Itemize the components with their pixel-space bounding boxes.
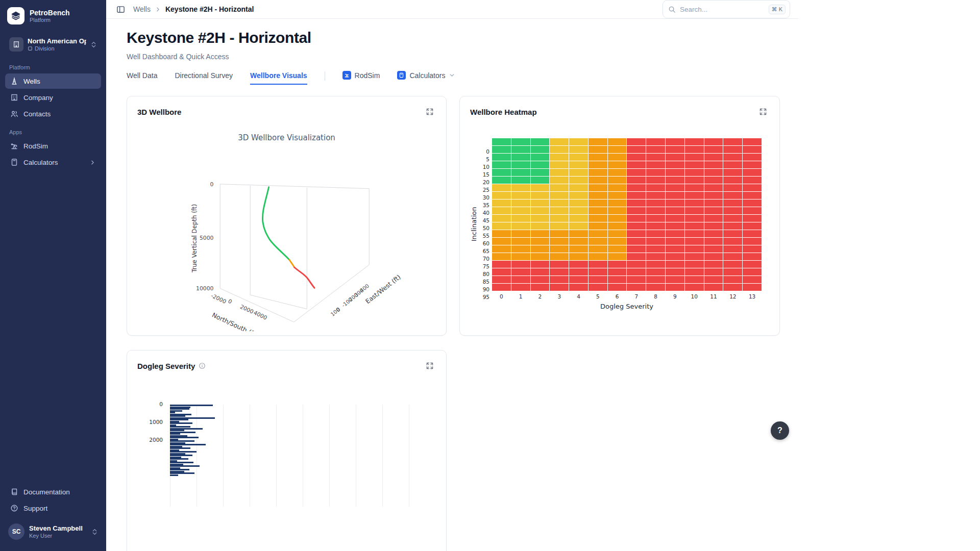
heatmap-cell[interactable] (608, 146, 627, 153)
dogleg-bar[interactable] (170, 433, 180, 435)
heatmap-cell[interactable] (608, 184, 627, 191)
heatmap-cell[interactable] (627, 138, 646, 145)
heatmap-cell[interactable] (646, 184, 665, 191)
dogleg-bar[interactable] (170, 428, 203, 430)
heatmap-cell[interactable] (608, 169, 627, 176)
heatmap-cell[interactable] (589, 138, 607, 145)
heatmap-cell[interactable] (511, 138, 530, 145)
heatmap-cell[interactable] (569, 268, 588, 276)
heatmap-cell[interactable] (511, 154, 530, 161)
dogleg-bar[interactable] (170, 415, 185, 417)
heatmap-cell[interactable] (608, 238, 627, 245)
heatmap-cell[interactable] (492, 207, 511, 214)
dogleg-bar[interactable] (170, 460, 177, 462)
heatmap-cell[interactable] (646, 276, 665, 283)
heatmap-grid[interactable] (492, 138, 762, 291)
tab-rodsim[interactable]: RodSim (342, 71, 380, 85)
heatmap-cell[interactable] (743, 184, 762, 191)
heatmap-cell[interactable] (627, 284, 646, 291)
heatmap-cell[interactable] (646, 169, 665, 176)
heatmap-cell[interactable] (723, 284, 742, 291)
dogleg-bar[interactable] (170, 442, 185, 444)
heatmap-cell[interactable] (550, 207, 569, 214)
heatmap-cell[interactable] (743, 207, 762, 214)
heatmap-cell[interactable] (608, 199, 627, 207)
heatmap-cell[interactable] (646, 261, 665, 268)
heatmap-cell[interactable] (608, 154, 627, 161)
dogleg-bar[interactable] (170, 467, 180, 469)
heatmap-cell[interactable] (743, 215, 762, 222)
heatmap-cell[interactable] (492, 230, 511, 237)
dogleg-bar[interactable] (170, 471, 184, 472)
heatmap-cell[interactable] (511, 192, 530, 199)
dogleg-bar[interactable] (170, 462, 193, 463)
heatmap-cell[interactable] (550, 215, 569, 222)
heatmap-cell[interactable] (685, 261, 704, 268)
heatmap-cell[interactable] (531, 245, 550, 253)
heatmap-cell[interactable] (666, 253, 684, 260)
org-switcher[interactable]: North American Opera Division (5, 34, 101, 55)
heatmap-cell[interactable] (723, 276, 742, 283)
heatmap-cell[interactable] (492, 268, 511, 276)
sidebar-item-support[interactable]: Support (5, 500, 101, 516)
dogleg-bar[interactable] (170, 407, 190, 408)
heatmap-cell[interactable] (531, 207, 550, 214)
heatmap-cell[interactable] (569, 169, 588, 176)
heatmap-cell[interactable] (743, 177, 762, 184)
heatmap-cell[interactable] (704, 154, 723, 161)
dogleg-bar[interactable] (170, 421, 179, 422)
heatmap-cell[interactable] (723, 146, 742, 153)
heatmap-cell[interactable] (569, 245, 588, 253)
heatmap-cell[interactable] (743, 261, 762, 268)
heatmap-cell[interactable] (666, 161, 684, 168)
heatmap-cell[interactable] (511, 215, 530, 222)
heatmap-cell[interactable] (743, 245, 762, 253)
heatmap-cell[interactable] (646, 146, 665, 153)
heatmap-cell[interactable] (608, 215, 627, 222)
heatmap-cell[interactable] (743, 154, 762, 161)
heatmap-cell[interactable] (723, 161, 742, 168)
heatmap-cell[interactable] (550, 146, 569, 153)
heatmap-cell[interactable] (550, 177, 569, 184)
heatmap-cell[interactable] (531, 192, 550, 199)
heatmap-cell[interactable] (531, 276, 550, 283)
heatmap-cell[interactable] (723, 253, 742, 260)
heatmap-cell[interactable] (531, 138, 550, 145)
heatmap-cell[interactable] (550, 169, 569, 176)
heatmap-cell[interactable] (569, 215, 588, 222)
heatmap-cell[interactable] (627, 169, 646, 176)
heatmap-cell[interactable] (685, 177, 704, 184)
heatmap-cell[interactable] (589, 146, 607, 153)
heatmap-cell[interactable] (531, 199, 550, 207)
dogleg-bar[interactable] (170, 455, 192, 456)
heatmap-cell[interactable] (704, 276, 723, 283)
heatmap-cell[interactable] (627, 207, 646, 214)
heatmap-cell[interactable] (685, 215, 704, 222)
heatmap-cell[interactable] (685, 138, 704, 145)
heatmap-cell[interactable] (743, 199, 762, 207)
dogleg-bar[interactable] (170, 474, 178, 476)
heatmap-cell[interactable] (511, 207, 530, 214)
search-box[interactable]: ⌘ K (663, 0, 790, 18)
dogleg-bar[interactable] (170, 435, 187, 437)
heatmap-cell[interactable] (743, 192, 762, 199)
dogleg-bar[interactable] (170, 417, 215, 419)
heatmap-cell[interactable] (492, 184, 511, 191)
heatmap-cell[interactable] (627, 245, 646, 253)
dogleg-bar[interactable] (170, 457, 181, 458)
heatmap-cell[interactable] (608, 276, 627, 283)
heatmap-cell[interactable] (589, 207, 607, 214)
heatmap-cell[interactable] (589, 268, 607, 276)
heatmap-cell[interactable] (569, 138, 588, 145)
heatmap-cell[interactable] (627, 154, 646, 161)
sidebar-item-wells[interactable]: Wells (5, 73, 101, 89)
heatmap-cell[interactable] (627, 222, 646, 230)
heatmap-cell[interactable] (569, 199, 588, 207)
dogleg-bar[interactable] (170, 422, 192, 424)
heatmap-cell[interactable] (646, 177, 665, 184)
dogleg-bar[interactable] (170, 449, 179, 451)
heatmap-cell[interactable] (608, 192, 627, 199)
heatmap-cell[interactable] (685, 154, 704, 161)
heatmap-cell[interactable] (627, 268, 646, 276)
heatmap-cell[interactable] (511, 245, 530, 253)
